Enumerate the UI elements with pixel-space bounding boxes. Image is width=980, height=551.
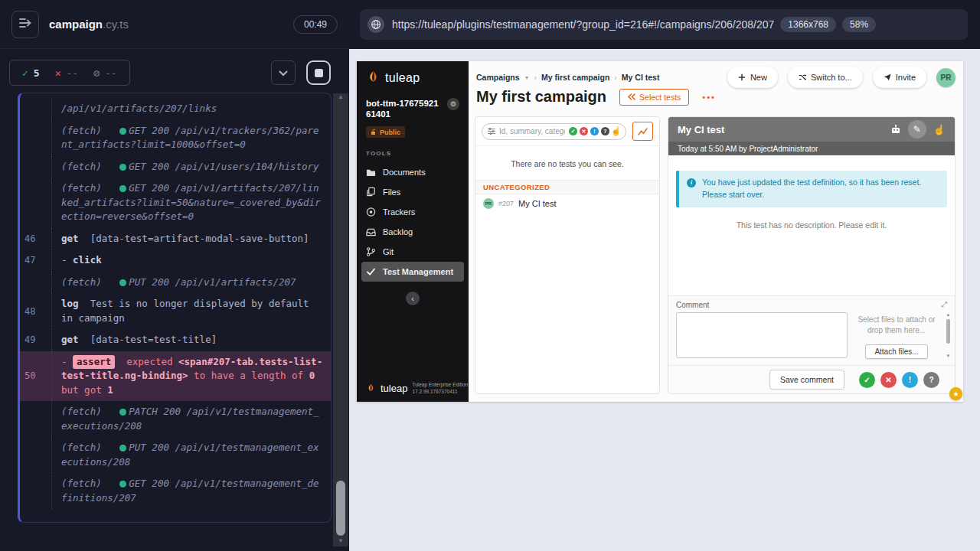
- campaign-stats-button[interactable]: [632, 122, 653, 141]
- automated-test-button[interactable]: [890, 125, 901, 134]
- info-icon: i: [687, 178, 696, 187]
- scroll-down-icon[interactable]: ▼: [338, 537, 344, 546]
- line-number: 47: [20, 251, 51, 269]
- log-entry[interactable]: 49get [data-test=test-title]: [20, 329, 331, 351]
- status-dot-icon: [119, 279, 126, 286]
- sidebar-collapse-button[interactable]: ‹: [406, 292, 420, 305]
- select-tests-button[interactable]: Select tests: [619, 89, 689, 106]
- status-dot-icon: [119, 164, 126, 171]
- user-avatar[interactable]: PR: [936, 68, 956, 87]
- log-entry[interactable]: 48log Test is no longer displayed by def…: [20, 293, 331, 329]
- log-entry-text: - click: [51, 249, 331, 272]
- url-text[interactable]: https://tuleap/plugins/testmanagement/?g…: [392, 18, 774, 31]
- header-actions: NewSwitch to...InvitePR: [727, 67, 956, 88]
- log-entry[interactable]: 50- assert expected <span#207-tab.tests-…: [20, 351, 331, 402]
- expand-icon[interactable]: ⤢: [941, 300, 947, 309]
- log-entry[interactable]: 46get [data-test=artifact-modal-save-but…: [20, 228, 331, 250]
- log-entry[interactable]: (fetch) PUT 200 /api/v1/artifacts/207: [20, 272, 331, 294]
- scroll-up-icon[interactable]: ▲: [338, 93, 344, 103]
- page-title: My first campaign: [476, 88, 606, 106]
- gear-icon: ⚙: [450, 100, 456, 108]
- execution-subtitle: Today at 5:50 AM by ProjectAdministrator: [668, 142, 955, 155]
- log-entry[interactable]: (fetch) GET 200 /api/v1/trackers/362/par…: [20, 120, 331, 156]
- line-number: [20, 279, 51, 286]
- invite-button[interactable]: Invite: [873, 67, 926, 88]
- git-icon: [366, 246, 376, 257]
- log-entry-text: (fetch) PATCH 200 /api/v1/testmanagement…: [51, 401, 331, 437]
- log-entry-text: (fetch) PUT 200 /api/v1/artifacts/207: [51, 272, 331, 294]
- comment-textarea[interactable]: [676, 312, 848, 358]
- sidebar-item-label: Git: [383, 247, 394, 256]
- command-log: /api/v1/artifacts/207/links(fetch) GET 2…: [18, 93, 332, 523]
- filter-notrun-icon[interactable]: ?: [601, 127, 609, 135]
- sidebar-item-git[interactable]: Git: [361, 242, 464, 262]
- scrollbar-thumb[interactable]: [336, 481, 345, 536]
- info-alert: i You have just updated the test definit…: [676, 171, 947, 207]
- sidebar-item-backlog[interactable]: Backlog: [361, 222, 464, 242]
- sidebar-toggle-button[interactable]: [11, 11, 39, 38]
- star-feedback-button[interactable]: ★: [949, 387, 962, 400]
- comment-scrollbar[interactable]: ▲ ▼: [945, 311, 952, 359]
- attach-dropzone[interactable]: Select files to attach or drop them here…: [857, 312, 947, 359]
- sidebar-item-files[interactable]: Files: [361, 182, 464, 202]
- mark-blocked-button[interactable]: !: [902, 372, 918, 388]
- status-dot-icon: [119, 128, 126, 135]
- log-entry[interactable]: (fetch) PATCH 200 /api/v1/testmanagement…: [20, 401, 331, 437]
- save-comment-button[interactable]: Save comment: [769, 370, 844, 390]
- scroll-down-icon[interactable]: ▼: [946, 353, 951, 359]
- chevron-down-icon: [279, 66, 288, 80]
- tuleap-logo[interactable]: tuleap: [366, 70, 459, 85]
- spec-title: campaign.cy.ts: [49, 18, 129, 31]
- log-entry[interactable]: (fetch) GET 200 /api/v1/artifacts/207/li…: [20, 178, 331, 228]
- collapse-tests-button[interactable]: [271, 60, 296, 85]
- backlog-icon: [366, 227, 376, 237]
- mark-passed-button[interactable]: ✓: [859, 372, 875, 388]
- new-button[interactable]: New: [727, 67, 778, 88]
- no-description-message: This test has no description. Please edi…: [676, 220, 947, 230]
- status-buttons: ✓✕!?: [859, 372, 939, 388]
- project-settings-button[interactable]: ⚙: [447, 98, 459, 110]
- log-entry[interactable]: (fetch) GET 200 /api/v1/testmanagement_d…: [20, 473, 331, 509]
- switch-to-button[interactable]: Switch to...: [788, 67, 863, 88]
- sidebar-item-trackers[interactable]: Trackers: [361, 202, 464, 222]
- avatar: PR: [483, 198, 494, 209]
- breadcrumb-item[interactable]: Campaigns: [476, 73, 520, 82]
- site-favicon: [368, 16, 384, 33]
- log-entry[interactable]: 47- click: [20, 249, 331, 272]
- filter-failed-icon[interactable]: ✕: [580, 127, 588, 135]
- project-name[interactable]: bot-ttm-1767592161401: [366, 98, 443, 119]
- test-list-item[interactable]: PR #207 My CI test: [475, 194, 659, 213]
- url-bar[interactable]: https://tuleap/plugins/testmanagement/?g…: [360, 9, 968, 40]
- breadcrumb-separator: ›: [614, 73, 617, 82]
- breadcrumb-item[interactable]: My CI test: [622, 73, 660, 82]
- log-entry[interactable]: (fetch) PUT 200 /api/v1/testmanagement_e…: [20, 437, 331, 473]
- comment-label: Comment: [676, 301, 709, 309]
- scroll-up-icon[interactable]: ▲: [946, 311, 951, 318]
- scrollbar-thumb[interactable]: [946, 319, 950, 344]
- edit-test-button[interactable]: ✎: [908, 120, 926, 139]
- execution-footer: Save comment ✓✕!?: [668, 365, 955, 393]
- sidebar-item-documents[interactable]: Documents: [361, 162, 464, 182]
- more-actions-button[interactable]: •••: [702, 93, 716, 102]
- log-entry[interactable]: (fetch) GET 200 /api/v1/users/104/histor…: [20, 156, 331, 178]
- project-sidebar: tuleap bot-ttm-1767592161401 ⚙ Public TO…: [357, 61, 469, 402]
- tests-search-input[interactable]: Id, summary, category... ✓✕!?☝: [482, 123, 626, 140]
- stats-box: ✓5 ✕-- ⊘--: [9, 60, 130, 86]
- sidebar-item-test-management[interactable]: Test Management: [361, 262, 464, 282]
- mark-notrun-button[interactable]: ?: [923, 372, 939, 388]
- star-icon: ★: [952, 390, 959, 398]
- sidebar-item-label: Trackers: [383, 207, 415, 217]
- breadcrumb-item[interactable]: My first campaign: [541, 73, 609, 82]
- mark-failed-button[interactable]: ✕: [880, 372, 897, 388]
- stop-run-button[interactable]: [306, 60, 331, 85]
- robot-icon: [890, 125, 901, 134]
- pencil-icon: ✎: [913, 124, 921, 135]
- log-entry[interactable]: /api/v1/artifacts/207/links: [20, 98, 331, 120]
- filter-passed-icon[interactable]: ✓: [569, 127, 577, 135]
- filter-blocked-icon[interactable]: !: [590, 127, 599, 135]
- attach-files-button[interactable]: Attach files...: [865, 344, 927, 359]
- filter-verified-icon[interactable]: ☝: [612, 127, 620, 135]
- check-icon: ✓: [22, 67, 28, 79]
- hand-gesture-button[interactable]: ☝: [933, 124, 946, 135]
- reporter-scrollbar[interactable]: ▲ ▼: [333, 93, 348, 546]
